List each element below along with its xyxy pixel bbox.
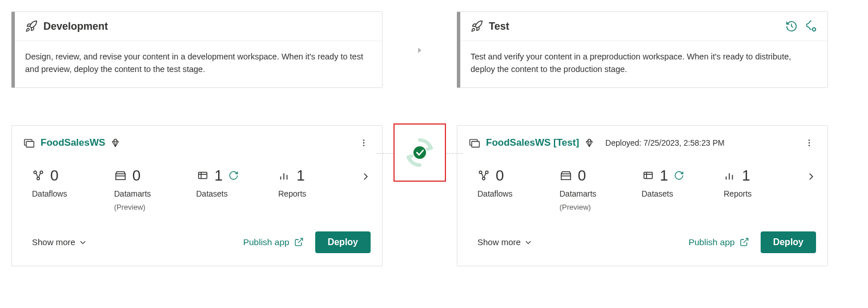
metric-value: 0 <box>50 167 58 185</box>
metrics-row: 0 Dataflows 0 Datamarts <box>469 167 816 211</box>
svg-point-19 <box>483 178 485 181</box>
svg-point-16 <box>809 145 810 146</box>
deploy-button[interactable]: Deploy <box>761 231 816 253</box>
dataflows-icon <box>32 169 45 182</box>
external-link-icon <box>294 237 304 247</box>
stage-header-development: Development Design, review, and revise y… <box>11 11 383 88</box>
metric-label: Datasets <box>196 189 279 198</box>
publish-app-label: Publish app <box>243 237 290 247</box>
workspace-name[interactable]: FoodSalesWS [Test] <box>486 137 579 149</box>
metric-sublabel: (Preview) <box>114 203 196 211</box>
stage-title: Test <box>489 21 509 33</box>
show-more-label: Show more <box>32 237 75 247</box>
stage-header-top: Development <box>15 12 382 41</box>
metric-dataflows: 0 Dataflows <box>32 167 114 198</box>
metric-label: Datasets <box>642 189 724 198</box>
stage-arrow <box>383 11 457 55</box>
publish-app-label: Publish app <box>689 237 735 247</box>
metric-label: Dataflows <box>477 189 560 198</box>
stage-title: Development <box>43 21 108 33</box>
svg-point-3 <box>363 142 364 143</box>
scroll-right-button[interactable] <box>806 167 816 182</box>
svg-rect-9 <box>198 173 207 179</box>
svg-point-15 <box>809 142 810 143</box>
history-icon[interactable] <box>785 20 798 33</box>
svg-point-18 <box>485 171 488 174</box>
metric-value: 1 <box>660 167 668 185</box>
refresh-icon[interactable] <box>674 170 684 181</box>
svg-rect-13 <box>472 141 479 147</box>
metric-label: Dataflows <box>32 189 114 198</box>
external-link-icon <box>740 237 749 247</box>
workspace-card-test: FoodSalesWS [Test] Deployed: 7/25/2023, … <box>457 125 828 266</box>
premium-icon <box>111 138 120 147</box>
metric-datasets: 1 Datasets <box>642 167 724 198</box>
metric-label: Datamarts <box>114 189 196 198</box>
reports-icon <box>278 169 291 182</box>
datamarts-icon <box>114 169 127 182</box>
svg-rect-20 <box>561 174 571 180</box>
metric-dataflows: 0 Dataflows <box>477 167 560 198</box>
show-more-button[interactable]: Show more <box>32 237 87 247</box>
publish-app-button[interactable]: Publish app <box>243 237 304 247</box>
metric-value: 1 <box>742 167 750 185</box>
svg-point-17 <box>479 171 482 174</box>
dataflows-icon <box>477 169 490 182</box>
stage-description: Test and verify your content in a prepro… <box>460 41 827 87</box>
datasets-icon <box>196 169 209 182</box>
svg-rect-21 <box>644 173 652 179</box>
rocket-icon <box>471 20 483 33</box>
svg-rect-8 <box>116 174 126 180</box>
workspace-footer: Show more Publish app <box>23 231 371 253</box>
show-more-label: Show more <box>477 237 521 247</box>
svg-point-4 <box>363 145 364 146</box>
metric-value: 1 <box>215 167 223 185</box>
metric-reports: 1 Reports <box>278 167 360 198</box>
scroll-right-button[interactable] <box>360 167 371 182</box>
svg-point-5 <box>34 171 37 174</box>
metric-label: Datamarts <box>560 189 642 198</box>
chevron-down-icon <box>524 238 532 246</box>
metrics-row: 0 Dataflows 0 Datamarts <box>23 167 371 211</box>
refresh-icon[interactable] <box>228 170 239 181</box>
show-more-button[interactable]: Show more <box>477 237 532 247</box>
sync-indicator-wrap <box>383 55 457 182</box>
metric-reports: 1 Reports <box>724 167 806 198</box>
metric-datamarts: 0 Datamarts (Preview) <box>560 167 642 211</box>
metric-datasets: 1 Datasets <box>196 167 279 198</box>
svg-point-10 <box>413 146 426 159</box>
metric-value: 0 <box>578 167 586 185</box>
settings-icon[interactable] <box>805 20 817 33</box>
metric-value: 0 <box>132 167 140 185</box>
workspace-header: FoodSalesWS <box>23 136 371 150</box>
metric-sublabel: (Preview) <box>560 203 642 211</box>
workspace-header: FoodSalesWS [Test] Deployed: 7/25/2023, … <box>469 136 816 150</box>
metric-datamarts: 0 Datamarts (Preview) <box>114 167 196 211</box>
pipeline-container: Development Design, review, and revise y… <box>11 11 857 266</box>
datasets-icon <box>642 169 654 182</box>
svg-point-7 <box>37 178 40 181</box>
workspace-name[interactable]: FoodSalesWS <box>41 137 105 149</box>
deployed-timestamp: Deployed: 7/25/2023, 2:58:23 PM <box>605 138 725 147</box>
sync-status-box <box>393 123 446 182</box>
metric-value: 0 <box>496 167 504 185</box>
metric-value: 1 <box>296 167 304 185</box>
chevron-down-icon <box>79 238 87 246</box>
datamarts-icon <box>560 169 572 182</box>
stage-description: Design, review, and revise your content … <box>15 41 382 87</box>
workspace-icon <box>23 137 35 149</box>
more-menu-button[interactable] <box>802 136 816 150</box>
reports-icon <box>724 169 736 182</box>
deploy-button[interactable]: Deploy <box>315 231 371 253</box>
publish-app-button[interactable]: Publish app <box>689 237 749 247</box>
stage-test: Test <box>457 11 828 266</box>
workspace-icon <box>469 137 480 149</box>
stage-development: Development Design, review, and revise y… <box>11 11 383 266</box>
svg-point-6 <box>40 171 43 174</box>
svg-point-2 <box>363 139 364 141</box>
stage-header-top: Test <box>460 12 827 41</box>
metric-label: Reports <box>724 189 806 198</box>
workspace-footer: Show more Publish app <box>469 231 816 253</box>
svg-point-14 <box>809 139 810 141</box>
more-menu-button[interactable] <box>357 136 371 150</box>
